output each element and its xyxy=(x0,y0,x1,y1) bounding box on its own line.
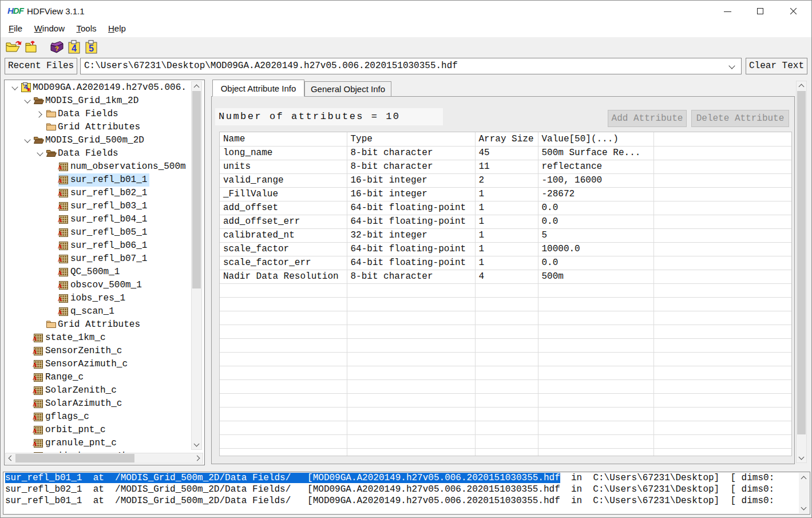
add-attribute-button[interactable]: Add Attribute xyxy=(608,110,687,127)
tree-item-Grid Attributes[interactable]: Grid Attributes xyxy=(5,318,191,331)
attribute-cell[interactable]: scale_factor_err xyxy=(220,256,347,270)
scroll-down-icon[interactable] xyxy=(799,504,808,513)
attribute-cell[interactable]: 1 xyxy=(475,256,538,270)
attribute-cell[interactable]: calibrated_nt xyxy=(220,228,347,242)
tree-item-iobs_res_1[interactable]: Aiobs_res_1 xyxy=(5,292,191,305)
scroll-up-icon[interactable] xyxy=(799,473,808,482)
chevron-down-icon[interactable] xyxy=(22,96,33,107)
tree-item-sur_refl_b01_1[interactable]: Asur_refl_b01_1 xyxy=(5,173,191,187)
tree-item-gflags_c[interactable]: Agflags_c xyxy=(5,410,191,424)
tree-item-SolarZenith_c[interactable]: ASolarZenith_c xyxy=(5,384,191,397)
recent-files-button[interactable]: Recent Files xyxy=(5,58,77,74)
chevron-right-icon[interactable] xyxy=(34,109,46,120)
attribute-cell[interactable]: 1 xyxy=(475,215,538,228)
tree-item-sur_refl_b03_1[interactable]: Asur_refl_b03_1 xyxy=(5,200,191,213)
close-button[interactable] xyxy=(777,1,810,22)
attribute-cell[interactable]: scale_factor xyxy=(220,242,347,256)
menu-help[interactable]: Help xyxy=(104,22,130,33)
attribute-cell[interactable]: 0.0 xyxy=(538,215,653,228)
attribute-cell[interactable]: 10000.0 xyxy=(538,242,653,256)
chevron-down-icon[interactable] xyxy=(9,82,21,94)
attribute-cell[interactable]: -28672 xyxy=(538,187,653,201)
tree-item-sur_refl_b05_1[interactable]: Asur_refl_b05_1 xyxy=(5,226,191,239)
menu-window[interactable]: Window xyxy=(30,22,69,33)
attribute-cell[interactable]: -100, 16000 xyxy=(538,173,653,187)
tree-item-granule_pnt_c[interactable]: Agranule_pnt_c xyxy=(5,437,191,450)
attribute-cell[interactable]: 1 xyxy=(475,201,538,215)
panel-vertical-scrollbar[interactable] xyxy=(796,81,807,463)
attribute-cell[interactable]: 0.0 xyxy=(538,201,653,215)
maximize-button[interactable] xyxy=(744,1,777,22)
attribute-cell[interactable]: 64-bit floating-point xyxy=(347,242,475,256)
chevron-down-icon[interactable] xyxy=(34,148,46,160)
log-line-3[interactable]: sur_refl_b01_1 at /MODIS_Grid_500m_2D/Da… xyxy=(3,495,810,507)
attribute-cell[interactable]: 5 xyxy=(538,228,653,242)
hdf4-icon[interactable]: 4 xyxy=(68,39,81,57)
log-line-1[interactable]: sur_refl_b01_1 at /MODIS_Grid_500m_2D/Da… xyxy=(3,472,810,484)
clear-text-button[interactable]: Clear Text xyxy=(746,58,807,74)
tree-item-obscov_500m_1[interactable]: Aobscov_500m_1 xyxy=(5,279,191,292)
attribute-cell[interactable]: long_name xyxy=(220,146,347,160)
attribute-cell[interactable]: 500m xyxy=(538,270,653,283)
help-icon[interactable]: ? xyxy=(49,39,65,57)
scroll-right-icon[interactable] xyxy=(194,454,203,462)
tree-item-state_1km_c[interactable]: Astate_1km_c xyxy=(5,331,191,345)
tree-item-Range_c[interactable]: ARange_c xyxy=(5,371,191,384)
tree-horizontal-scrollbar[interactable] xyxy=(5,453,203,464)
tree-item-q_scan_1[interactable]: Aq_scan_1 xyxy=(5,305,191,318)
tree-item-num_observations_500m[interactable]: Anum_observations_500m xyxy=(5,160,191,173)
attribute-cell[interactable]: _FillValue xyxy=(220,187,347,201)
tree-item-sur_refl_b04_1[interactable]: Asur_refl_b04_1 xyxy=(5,213,191,226)
tree-item-orbit_pnt_c[interactable]: Aorbit_pnt_c xyxy=(5,424,191,437)
scroll-left-icon[interactable] xyxy=(6,454,14,462)
scroll-up-icon[interactable] xyxy=(797,81,806,90)
tree-item-Data Fields[interactable]: Data Fields xyxy=(5,108,191,121)
tree-item-QC_500m_1[interactable]: AQC_500m_1 xyxy=(5,266,191,279)
scroll-up-icon[interactable] xyxy=(192,82,201,90)
open-file-icon[interactable] xyxy=(5,39,22,56)
attribute-cell[interactable]: 1 xyxy=(475,242,538,256)
log-line-2[interactable]: sur_refl_b02_1 at /MODIS_Grid_500m_2D/Da… xyxy=(3,484,810,495)
attribute-cell[interactable]: reflectance xyxy=(538,160,653,173)
attribute-cell[interactable]: 0.0 xyxy=(538,256,653,270)
attribute-cell[interactable]: 64-bit floating-point xyxy=(347,215,475,228)
tree-item-MOD09GA.A2020149.h27v05.006.[interactable]: 4MOD09GA.A2020149.h27v05.006. xyxy=(5,81,191,94)
attribute-cell[interactable]: 16-bit integer xyxy=(347,173,475,187)
attribute-cell[interactable]: 32-bit integer xyxy=(347,228,475,242)
chevron-down-icon[interactable] xyxy=(22,135,33,147)
tree-item-sur_refl_b02_1[interactable]: Asur_refl_b02_1 xyxy=(5,187,191,200)
chevron-down-icon[interactable] xyxy=(728,62,735,69)
tree-item-SensorZenith_c[interactable]: ASensorZenith_c xyxy=(5,345,191,358)
tree-item-sur_refl_b07_1[interactable]: Asur_refl_b07_1 xyxy=(5,252,191,266)
tree-vertical-scrollbar[interactable] xyxy=(191,81,202,450)
tree-item-MODIS_Grid_1km_2D[interactable]: MODIS_Grid_1km_2D xyxy=(5,94,191,108)
menu-tools[interactable]: Tools xyxy=(72,22,101,33)
attribute-cell[interactable]: 1 xyxy=(475,228,538,242)
attribute-cell[interactable]: 8-bit character xyxy=(347,146,475,160)
attribute-cell[interactable]: 8-bit character xyxy=(347,160,475,173)
scroll-down-icon[interactable] xyxy=(797,454,806,462)
attribute-cell[interactable]: 500m Surface Re... xyxy=(538,146,653,160)
attribute-cell[interactable]: 45 xyxy=(475,146,538,160)
tree-item-MODIS_Grid_500m_2D[interactable]: MODIS_Grid_500m_2D xyxy=(5,134,191,147)
scroll-down-icon[interactable] xyxy=(192,441,201,449)
log-vertical-scrollbar[interactable] xyxy=(799,473,809,513)
tree-vscroll-thumb[interactable] xyxy=(192,91,201,288)
attribute-cell[interactable]: units xyxy=(220,160,347,173)
minimize-button[interactable] xyxy=(711,1,744,22)
delete-attribute-button[interactable]: Delete Attribute xyxy=(691,110,789,127)
attribute-cell[interactable]: 11 xyxy=(475,160,538,173)
attribute-cell[interactable]: 2 xyxy=(475,173,538,187)
close-file-icon[interactable] xyxy=(25,39,39,56)
panel-vscroll-thumb[interactable] xyxy=(797,91,806,434)
tree-item-sur_refl_b06_1[interactable]: Asur_refl_b06_1 xyxy=(5,239,191,252)
attribute-cell[interactable]: add_offset_err xyxy=(220,215,347,228)
tree-item-SensorAzimuth_c[interactable]: ASensorAzimuth_c xyxy=(5,358,191,371)
attribute-cell[interactable]: add_offset xyxy=(220,201,347,215)
attribute-cell[interactable]: 4 xyxy=(475,270,538,283)
attribute-cell[interactable]: 64-bit floating-point xyxy=(347,201,475,215)
tree-item-Data Fields[interactable]: Data Fields xyxy=(5,147,191,160)
attribute-cell[interactable]: valid_range xyxy=(220,173,347,187)
file-path-combobox[interactable]: C:\Users\67231\Desktop\MOD09GA.A2020149.… xyxy=(80,58,742,74)
attribute-cell[interactable]: 1 xyxy=(475,187,538,201)
